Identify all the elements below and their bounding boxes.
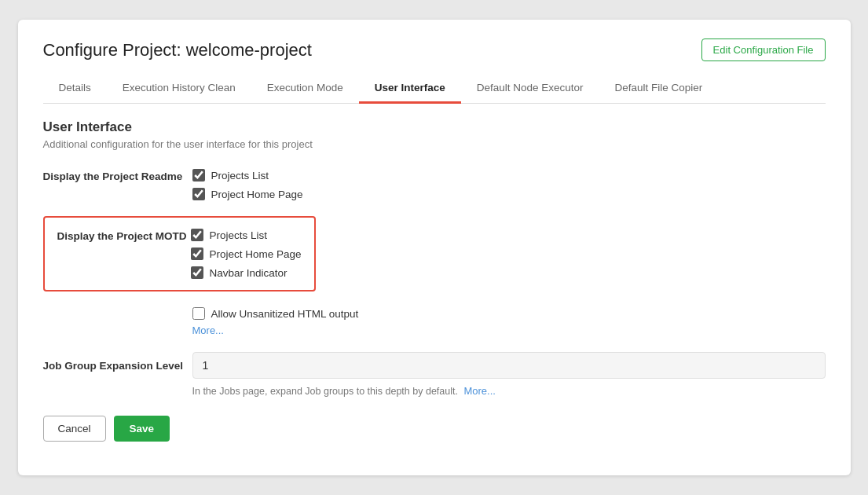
readme-projects-list-label: Projects List	[211, 170, 269, 182]
expansion-group: Job Group Expansion Level	[43, 352, 826, 379]
readme-projects-list-row[interactable]: Projects List	[192, 169, 303, 182]
readme-group: Display the Project Readme Projects List…	[43, 169, 826, 200]
readme-project-home-checkbox[interactable]	[192, 188, 205, 200]
readme-project-home-label: Project Home Page	[211, 189, 303, 200]
motd-projects-list-row[interactable]: Projects List	[191, 229, 302, 241]
page-title: Configure Project: welcome-project	[43, 40, 312, 60]
page-container: Configure Project: welcome-project Edit …	[0, 0, 868, 495]
readme-project-home-row[interactable]: Project Home Page	[192, 188, 303, 200]
expansion-more-link[interactable]: More...	[463, 385, 495, 397]
edit-config-button[interactable]: Edit Configuration File	[701, 38, 826, 61]
footer-buttons: Cancel Save	[43, 416, 826, 442]
expansion-hint: In the Jobs page, expand Job groups to t…	[192, 385, 826, 397]
motd-project-home-label: Project Home Page	[210, 248, 302, 260]
readme-projects-list-checkbox[interactable]	[192, 169, 205, 182]
tabs-bar: Details Execution History Clean Executio…	[43, 74, 826, 104]
motd-projects-list-checkbox[interactable]	[191, 229, 203, 241]
tab-details[interactable]: Details	[43, 74, 107, 104]
tab-user-interface[interactable]: User Interface	[359, 74, 461, 104]
section-title: User Interface	[43, 119, 826, 135]
motd-project-home-checkbox[interactable]	[191, 248, 203, 260]
readme-label: Display the Project Readme	[43, 169, 192, 182]
motd-label: Display the Project MOTD	[57, 229, 191, 242]
readme-controls: Projects List Project Home Page	[192, 169, 303, 200]
unsanitized-group: Allow Unsanitized HTML output More...	[192, 307, 826, 336]
tab-execution-mode[interactable]: Execution Mode	[251, 74, 359, 104]
expansion-input[interactable]	[192, 352, 826, 379]
motd-group: Display the Project MOTD Projects List P…	[43, 216, 316, 292]
tab-default-file-copier[interactable]: Default File Copier	[599, 74, 719, 104]
motd-project-home-row[interactable]: Project Home Page	[191, 248, 302, 260]
motd-navbar-label: Navbar Indicator	[210, 267, 288, 279]
motd-projects-list-label: Projects List	[210, 229, 268, 241]
card-header: Configure Project: welcome-project Edit …	[43, 38, 826, 61]
motd-navbar-checkbox[interactable]	[191, 266, 203, 279]
unsanitized-checkbox[interactable]	[192, 307, 205, 320]
main-card: Configure Project: welcome-project Edit …	[18, 20, 851, 475]
tab-default-node-executor[interactable]: Default Node Executor	[461, 74, 599, 104]
unsanitized-label: Allow Unsanitized HTML output	[211, 308, 359, 320]
unsanitized-more-link[interactable]: More...	[192, 324, 224, 336]
motd-navbar-row[interactable]: Navbar Indicator	[191, 266, 302, 279]
unsanitized-row[interactable]: Allow Unsanitized HTML output	[192, 307, 359, 320]
section-subtitle: Additional configuration for the user in…	[43, 138, 826, 150]
cancel-button[interactable]: Cancel	[43, 416, 106, 442]
expansion-label: Job Group Expansion Level	[43, 360, 192, 372]
motd-controls: Projects List Project Home Page Navbar I…	[191, 229, 302, 279]
save-button[interactable]: Save	[114, 416, 170, 442]
tab-execution-history-clean[interactable]: Execution History Clean	[107, 74, 251, 104]
